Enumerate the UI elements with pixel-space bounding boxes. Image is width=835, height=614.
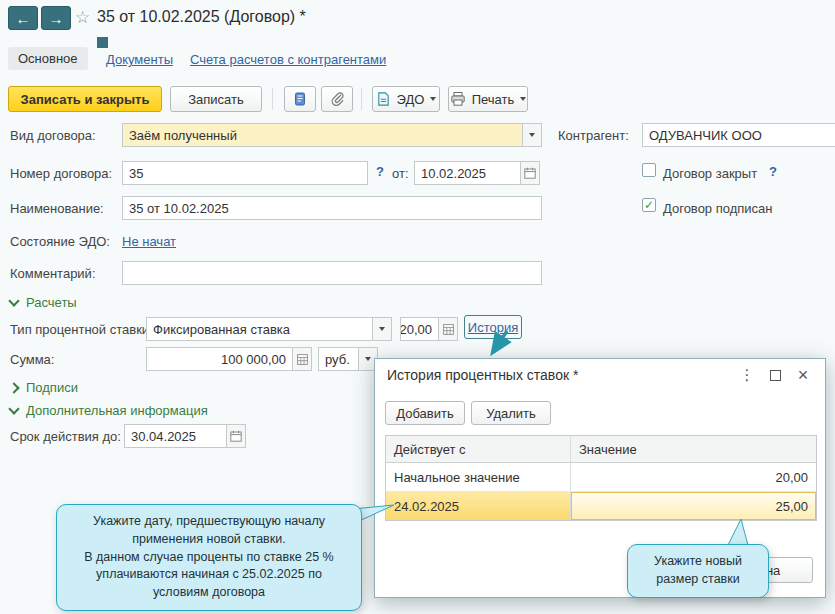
edo-status-label: Состояние ЭДО:: [10, 234, 110, 249]
contract-date-value: 10.02.2025: [415, 162, 520, 184]
counterparty-field[interactable]: ОДУВАНЧИК ООО: [642, 123, 835, 147]
add-row-button[interactable]: Добавить: [385, 401, 465, 425]
left-hint-line-1: Укажите дату, предшествующую началу прим…: [67, 513, 351, 549]
edo-icon: [376, 91, 391, 107]
comment-field[interactable]: [122, 261, 542, 285]
chevron-down-icon: [365, 357, 371, 361]
contract-closed-checkbox[interactable]: [642, 163, 656, 177]
currency-value: руб.: [319, 348, 358, 370]
table-row[interactable]: Начальное значение 20,00: [386, 463, 816, 492]
valid-until-field[interactable]: 30.04.2025: [124, 424, 246, 448]
rate-type-dropdown-button[interactable]: [372, 318, 391, 340]
paperclip-icon: [329, 91, 345, 107]
contract-closed-label: Договор закрыт: [663, 166, 757, 181]
chevron-right-icon: [8, 382, 19, 393]
column-header-effective-from[interactable]: Действует с: [386, 436, 571, 462]
bottom-hint-text: Укажите новый размер ставки: [638, 553, 758, 589]
edo-label: ЭДО: [397, 92, 425, 107]
cell-effective-from: 24.02.2025: [386, 492, 571, 520]
table-header-row: Действует с Значение: [386, 436, 816, 463]
save-button[interactable]: Записать: [170, 86, 262, 112]
table-row-selected[interactable]: 24.02.2025 25,00: [386, 492, 816, 520]
comment-value: [123, 262, 541, 284]
closed-hint-icon[interactable]: ?: [769, 164, 777, 179]
left-hint-callout: Укажите дату, предшествующую началу прим…: [56, 504, 362, 611]
contract-kind-dropdown-button[interactable]: [522, 124, 541, 146]
section-additional[interactable]: Дополнительная информация: [10, 403, 208, 418]
contract-number-field[interactable]: 35: [122, 161, 368, 185]
number-hint-icon[interactable]: ?: [376, 164, 384, 179]
printer-icon: [450, 91, 466, 107]
valid-until-value: 30.04.2025: [125, 425, 226, 447]
calendar-icon[interactable]: [520, 162, 539, 184]
cell-effective-from: Начальное значение: [386, 463, 571, 491]
valid-until-label: Срок действия до:: [10, 429, 121, 444]
attachments-button[interactable]: [321, 86, 353, 112]
window-menu-icon[interactable]: [97, 37, 108, 48]
contract-kind-select[interactable]: Заём полученный: [122, 123, 542, 147]
rate-value: 20,00: [401, 318, 438, 340]
amount-value: 100 000,00: [147, 348, 292, 370]
bottom-hint-callout: Укажите новый размер ставки: [627, 544, 769, 598]
toolbar-separator: [272, 88, 273, 110]
rate-type-label: Тип процентной ставки:: [10, 322, 153, 337]
more-icon[interactable]: ⋮: [737, 366, 757, 384]
rate-value-field[interactable]: 20,00: [400, 317, 458, 341]
tab-documents[interactable]: Документы: [106, 52, 173, 67]
edo-status-link[interactable]: Не начат: [122, 234, 176, 249]
contract-kind-value: Заём полученный: [123, 124, 522, 146]
amount-label: Сумма:: [10, 352, 54, 367]
forward-button[interactable]: →: [41, 6, 71, 30]
contract-date-field[interactable]: 10.02.2025: [414, 161, 540, 185]
close-icon[interactable]: ×: [793, 366, 813, 384]
print-label: Печать: [472, 92, 515, 107]
calendar-icon[interactable]: [226, 425, 245, 447]
contract-signed-label: Договор подписан: [663, 201, 772, 216]
section-additional-label: Дополнительная информация: [26, 403, 208, 418]
edo-menu-button[interactable]: ЭДО: [372, 86, 440, 112]
section-calculations-label: Расчеты: [26, 295, 77, 310]
back-button[interactable]: ←: [8, 6, 38, 30]
comment-label: Комментарий:: [10, 266, 96, 281]
delete-row-button[interactable]: Удалить: [471, 401, 551, 425]
chevron-down-icon: [8, 403, 19, 414]
toolbar-separator: [361, 88, 362, 110]
chevron-down-icon: [379, 327, 385, 331]
calculator-icon[interactable]: [438, 318, 457, 340]
currency-select[interactable]: руб.: [318, 347, 378, 371]
print-menu-button[interactable]: Печать: [448, 86, 528, 112]
related-documents-button[interactable]: [284, 86, 316, 112]
rate-type-value: Фиксированная ставка: [147, 318, 372, 340]
cell-value-edit-field[interactable]: 25,00: [571, 492, 816, 520]
contract-form-window: ← → ☆ 35 от 10.02.2025 (Договор) * Основ…: [0, 0, 835, 614]
column-header-value[interactable]: Значение: [571, 436, 816, 462]
amount-field[interactable]: 100 000,00: [146, 347, 312, 371]
cell-value: 20,00: [571, 463, 816, 491]
page-title: 35 от 10.02.2025 (Договор) *: [97, 8, 306, 26]
favorite-star-icon[interactable]: ☆: [75, 7, 90, 28]
contract-number-value: 35: [123, 162, 367, 184]
section-calculations[interactable]: Расчеты: [10, 295, 77, 310]
calculator-icon[interactable]: [292, 348, 311, 370]
rate-type-select[interactable]: Фиксированная ставка: [146, 317, 392, 341]
contract-signed-checkbox[interactable]: ✓: [642, 198, 656, 212]
popup-title: История процентных ставок *: [387, 367, 578, 383]
contract-number-label: Номер договора:: [10, 166, 112, 181]
history-link[interactable]: История: [468, 320, 518, 335]
contract-kind-label: Вид договора:: [10, 128, 96, 143]
counterparty-value: ОДУВАНЧИК ООО: [643, 124, 835, 146]
left-hint-line-2: В данном случае проценты по ставке 25 % …: [67, 549, 351, 602]
date-prefix-label: от:: [392, 166, 409, 181]
tab-settlement-accounts[interactable]: Счета расчетов с контрагентами: [190, 52, 386, 67]
section-signatures-label: Подписи: [26, 380, 78, 395]
section-signatures[interactable]: Подписи: [10, 380, 78, 395]
chevron-down-icon: [520, 97, 526, 101]
rate-history-table: Действует с Значение Начальное значение …: [385, 435, 817, 521]
name-value: 35 от 10.02.2025: [123, 197, 541, 219]
tab-main[interactable]: Основное: [8, 47, 88, 70]
save-and-close-button[interactable]: Записать и закрыть: [8, 86, 162, 112]
name-field[interactable]: 35 от 10.02.2025: [122, 196, 542, 220]
history-link-focus-box: История: [464, 315, 522, 339]
chevron-down-icon: [8, 295, 19, 306]
maximize-icon[interactable]: [765, 366, 785, 384]
